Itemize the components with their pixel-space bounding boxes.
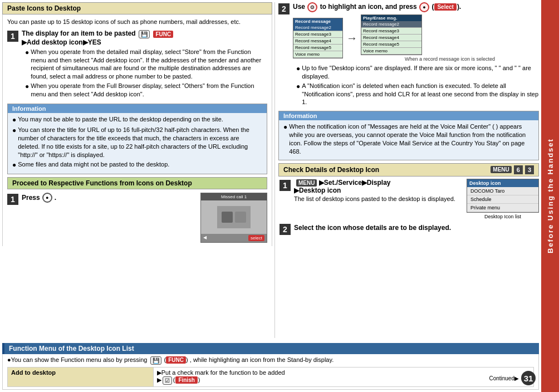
store-icon: 💾 bbox=[139, 30, 150, 38]
screen-row-1: Record message2 bbox=[293, 24, 342, 31]
rscreen-row-4: Record message5 bbox=[361, 41, 421, 48]
func-info-text: ●You can show the Function menu also by … bbox=[7, 356, 534, 365]
step2-info-bullet: ● When the notification icon of "Message… bbox=[283, 122, 534, 155]
step1-content: The display for an item to be pasted 💾 F… bbox=[22, 30, 267, 100]
bullet-2-text: When you operate from the Full Browser d… bbox=[31, 82, 267, 99]
paste-step1: 1 The display for an item to be pasted 💾… bbox=[7, 30, 267, 100]
confirm-circle-icon[interactable]: ● bbox=[419, 2, 429, 12]
step2-screens: Record message Record message2 Record me… bbox=[293, 14, 539, 62]
check-display: Display bbox=[367, 179, 391, 187]
menu-num2: 3 bbox=[525, 165, 534, 174]
step2-title: Use ⊙ to highlight an icon, and press ● … bbox=[293, 2, 539, 12]
desktop-icon-list-screen: Desktop icon DOCOMO Taro Schedule Privat… bbox=[467, 179, 539, 219]
screen-left-title: Record message bbox=[293, 18, 342, 24]
add-desktop-col1: Add to desktop bbox=[8, 367, 154, 387]
step1-bullets: ● When you operate from the detailed mai… bbox=[25, 48, 267, 99]
rscreen-row-1: Record message2 bbox=[361, 21, 421, 28]
func-key-badge: FUNC bbox=[166, 356, 186, 364]
check-step2-text: Select the icon whose details are to be … bbox=[294, 224, 539, 232]
screen-row-4: Record message5 bbox=[293, 45, 342, 51]
select-btn[interactable]: select bbox=[248, 235, 264, 241]
proceed-section-header: Proceed to Respective Functions from Ico… bbox=[7, 177, 267, 189]
func-key[interactable]: FUNC bbox=[153, 31, 173, 38]
screen-right-container: Play/Erase msg. Record message2 Record m… bbox=[361, 14, 539, 62]
info-bullet-3: ● Some files and data might not be paste… bbox=[12, 160, 262, 169]
step2-info-box: Information ● When the notification icon… bbox=[278, 111, 539, 160]
proceed-step1-text: Press ● . bbox=[22, 193, 193, 203]
bottom-section: Function Menu of the Desktop Icon List ●… bbox=[2, 340, 539, 390]
missed-call-screen: Missed call 1 ◀ select bbox=[200, 193, 267, 243]
page-container: Paste Icons to Desktop You can paste up … bbox=[0, 0, 541, 392]
back-label: ◀ bbox=[203, 235, 207, 241]
bullet-1-text: When you operate from the detailed mail … bbox=[31, 48, 267, 81]
page-number-area: Continued▶ 31 bbox=[489, 371, 536, 385]
proceed-step1-num: 1 bbox=[7, 194, 18, 205]
check-step1-num: 1 bbox=[280, 180, 291, 191]
screen-row-2: Record message3 bbox=[293, 31, 342, 38]
missed-call-body bbox=[201, 200, 267, 234]
check-step1-content: MENU ▶Set./Service▶Display ▶Desktop icon… bbox=[294, 179, 463, 202]
use-label: Use bbox=[293, 3, 305, 11]
function-menu-header: Function Menu of the Desktop Icon List bbox=[2, 343, 539, 354]
check-header-text: Check Details of Desktop Icon bbox=[283, 166, 379, 174]
rscreen-row-5: Voice memo bbox=[361, 48, 421, 55]
step1-add: Add desktop icon bbox=[27, 38, 83, 46]
highlight-label: to highlight an icon, and press bbox=[320, 3, 417, 11]
info-bullet-1: ● You may not be able to paste the URL t… bbox=[12, 115, 262, 124]
check-step1-desc: The list of desktop icons pasted to the … bbox=[294, 195, 463, 202]
menu-label: MENU bbox=[491, 166, 511, 173]
bullet-2: ● When you operate from the Full Browser… bbox=[25, 82, 267, 99]
desktop-caption: Desktop Icon list bbox=[467, 214, 539, 219]
screen-caption: When a record message icon is selected bbox=[361, 56, 539, 62]
missed-icons bbox=[222, 212, 246, 223]
paste-info-box: Information ● You may not be able to pas… bbox=[7, 104, 267, 174]
check-service: Set./Service bbox=[324, 179, 362, 187]
missed-call-bar: ◀ select bbox=[201, 234, 267, 242]
step1-yes: YES bbox=[88, 38, 101, 46]
function-menu-body: ●You can show the Function menu also by … bbox=[2, 354, 539, 390]
left-column: Paste Icons to Desktop You can paste up … bbox=[2, 2, 275, 338]
nav-circle-icon[interactable]: ⊙ bbox=[307, 2, 317, 12]
missed-call-title: Missed call 1 bbox=[201, 193, 267, 200]
step2-info-body: ● When the notification icon of "Message… bbox=[279, 120, 538, 159]
msg-icon bbox=[235, 212, 246, 223]
desktop-row-2: Schedule bbox=[467, 195, 538, 204]
step1-title-text: The display for an item to be pasted bbox=[22, 30, 136, 37]
right-column: 2 Use ⊙ to highlight an icon, and press … bbox=[275, 2, 539, 338]
check-menu-badges: MENU 6 3 bbox=[488, 165, 534, 174]
step1-number: 1 bbox=[7, 31, 18, 42]
screen-right: Play/Erase msg. Record message2 Record m… bbox=[361, 14, 422, 55]
select-badge: Select bbox=[434, 3, 456, 11]
screen-right-title: Play/Erase msg. bbox=[361, 15, 421, 21]
step2-info-header: Information bbox=[279, 111, 538, 120]
desktop-row-3: Private menu bbox=[467, 204, 538, 212]
rscreen-row-3: Record message4 bbox=[361, 35, 421, 41]
page-number: 31 bbox=[521, 371, 536, 385]
paste-intro: You can paste up to 15 desktop icons of … bbox=[2, 14, 272, 246]
check-step2-row: 2 Select the icon whose details are to b… bbox=[278, 223, 539, 235]
check-details-header: Check Details of Desktop Icon MENU 6 3 bbox=[278, 163, 539, 177]
paste-section-header: Paste Icons to Desktop bbox=[2, 2, 272, 14]
check-desktop: Desktop icon bbox=[299, 187, 341, 194]
desktop-title: Desktop icon bbox=[467, 179, 538, 187]
continued-label: Continued▶ bbox=[489, 375, 519, 381]
center-button-icon[interactable]: ● bbox=[42, 193, 52, 203]
paste-info-body: ● You may not be able to paste the URL t… bbox=[8, 113, 267, 174]
desktop-mockup: Desktop icon DOCOMO Taro Schedule Privat… bbox=[467, 179, 539, 213]
rscreen-row-2: Record message3 bbox=[361, 28, 421, 35]
two-col-layout: Paste Icons to Desktop You can paste up … bbox=[2, 2, 539, 338]
finish-icon: ☑ bbox=[163, 376, 172, 385]
step2-number: 2 bbox=[278, 3, 290, 14]
right-sidebar: Before Using the Handset bbox=[541, 0, 559, 392]
step1-title: The display for an item to be pasted 💾 F… bbox=[22, 30, 267, 46]
check-step2-num: 2 bbox=[280, 224, 291, 235]
screen-left: Record message Record message2 Record me… bbox=[293, 18, 343, 58]
finish-badge: Finish bbox=[175, 376, 197, 384]
proceed-step1-row: 1 Press ● . Missed call 1 bbox=[7, 193, 267, 243]
arrow-right: → bbox=[346, 32, 357, 45]
sidebar-text: Before Using the Handset bbox=[546, 139, 555, 254]
step2-content: Use ⊙ to highlight an icon, and press ● … bbox=[293, 2, 539, 108]
bullet-1: ● When you operate from the detailed mai… bbox=[25, 48, 267, 81]
step2-bullets: ● Up to five "Desktop icons" are display… bbox=[296, 64, 539, 106]
func-inline-icon: 💾 bbox=[150, 356, 161, 365]
